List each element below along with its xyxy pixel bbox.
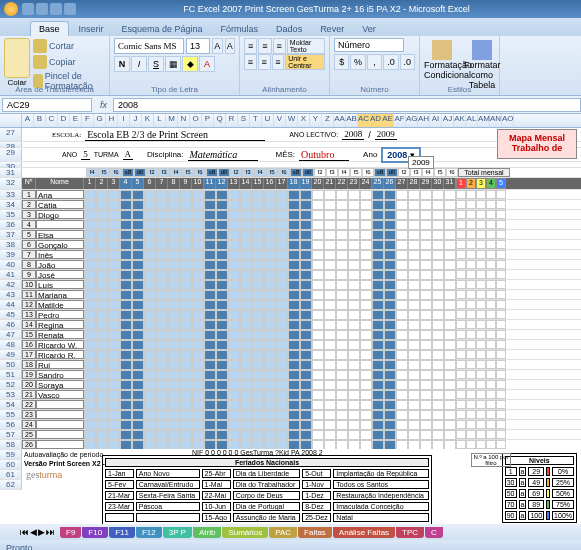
copy-icon[interactable] [33,55,47,69]
number-format-select[interactable] [334,38,404,52]
wrap-text-button[interactable]: Moldar Texto [287,38,325,54]
col-header[interactable]: AM [478,114,490,127]
tab-dados[interactable]: Dados [268,22,310,36]
align-left-icon[interactable]: ≡ [244,54,257,70]
col-header[interactable]: U [262,114,274,127]
percent-icon[interactable]: % [350,54,365,70]
col-header[interactable]: F [82,114,94,127]
font-color-button[interactable]: A [199,56,215,72]
tab-nav-next-icon[interactable]: ▶ [38,527,45,537]
sheet-tab[interactable]: PAC [269,527,297,538]
dec-dec-icon[interactable]: .0 [400,54,415,70]
sheet-tab[interactable]: Sumários [222,527,268,538]
col-header[interactable]: Y [310,114,322,127]
inc-dec-icon[interactable]: .0 [383,54,398,70]
col-header[interactable]: AN [490,114,502,127]
bold-button[interactable]: N [114,56,130,72]
col-header[interactable]: AD [370,114,382,127]
comma-icon[interactable]: , [367,54,382,70]
align-top-icon[interactable]: ≡ [244,38,257,54]
col-header[interactable]: L [154,114,166,127]
align-bot-icon[interactable]: ≡ [273,38,286,54]
name-box[interactable] [2,98,92,112]
qat-save-icon[interactable] [22,3,34,15]
col-header[interactable]: AH [418,114,430,127]
sheet-tab[interactable]: C [425,527,443,538]
sheet-tab[interactable]: TPC [396,527,424,538]
col-header[interactable]: B [34,114,46,127]
col-header[interactable]: K [142,114,154,127]
tab-ver[interactable]: Ver [354,22,384,36]
sheet-tab[interactable]: Faltas [298,527,332,538]
col-header[interactable]: AF [394,114,406,127]
worksheet[interactable]: 27 ESCOLA: Escola EB 2/3 de Print Screen… [0,128,581,524]
tab-nav-prev-icon[interactable]: ◀ [30,527,37,537]
col-header[interactable]: X [298,114,310,127]
col-header[interactable]: I [118,114,130,127]
sheet-tab[interactable]: 3P P [163,527,192,538]
font-size-select[interactable] [186,38,210,54]
col-header[interactable]: AE [382,114,394,127]
col-header[interactable]: N [178,114,190,127]
col-header[interactable]: AL [466,114,478,127]
formula-input[interactable] [113,98,581,112]
tab-rever[interactable]: Rever [312,22,352,36]
col-header[interactable]: AI [430,114,442,127]
col-header[interactable]: Z [322,114,334,127]
border-button[interactable]: ▦ [165,56,181,72]
col-header[interactable]: H [106,114,118,127]
col-header[interactable]: AC [358,114,370,127]
fill-color-button[interactable]: ◆ [182,56,198,72]
align-mid-icon[interactable]: ≡ [258,38,271,54]
year-dropdown-option[interactable]: 2009 [408,156,434,169]
col-header[interactable]: J [130,114,142,127]
col-header[interactable]: A [22,114,34,127]
qat-more-icon[interactable] [64,3,76,15]
underline-button[interactable]: S [148,56,164,72]
sheet-tab[interactable]: Análise Faltas [333,527,395,538]
col-header[interactable]: O [190,114,202,127]
col-header[interactable]: T [250,114,262,127]
office-orb-icon[interactable] [4,2,18,16]
font-name-select[interactable] [114,38,184,54]
col-header[interactable]: P [202,114,214,127]
col-header[interactable]: W [286,114,298,127]
col-header[interactable]: C [46,114,58,127]
cond-format-button[interactable]: Formatação Condicional [424,40,460,90]
col-header[interactable]: AB [346,114,358,127]
currency-icon[interactable]: $ [334,54,349,70]
fx-icon[interactable]: fx [94,100,113,110]
align-right-icon[interactable]: ≡ [272,54,285,70]
tab-base[interactable]: Base [30,21,69,36]
format-table-button[interactable]: Formatar como Tabela [464,40,500,90]
align-center-icon[interactable]: ≡ [258,54,271,70]
col-header[interactable]: AA [334,114,346,127]
col-header[interactable]: V [274,114,286,127]
col-header[interactable]: Q [214,114,226,127]
tab-nav-last-icon[interactable]: ⏭ [46,527,55,537]
col-header[interactable]: M [166,114,178,127]
italic-button[interactable]: I [131,56,147,72]
col-header[interactable]: AK [454,114,466,127]
col-header[interactable]: E [70,114,82,127]
sheet-tab[interactable]: F11 [109,527,135,538]
col-header[interactable]: G [94,114,106,127]
sheet-tab[interactable]: F10 [82,527,108,538]
qat-redo-icon[interactable] [50,3,62,15]
col-header[interactable]: AJ [442,114,454,127]
tab-inserir[interactable]: Inserir [71,22,112,36]
grow-font-icon[interactable]: A [212,38,223,54]
sheet-tab[interactable]: Atrib [193,527,221,538]
tab-formulas[interactable]: Fórmulas [213,22,267,36]
tab-esquema[interactable]: Esquema de Página [114,22,211,36]
paste-button[interactable] [4,38,30,78]
col-header[interactable]: S [238,114,250,127]
qat-undo-icon[interactable] [36,3,48,15]
select-all-corner[interactable] [0,114,22,127]
shrink-font-icon[interactable]: A [225,38,236,54]
col-header[interactable]: R [226,114,238,127]
col-header[interactable]: AG [406,114,418,127]
col-header[interactable]: AO [502,114,514,127]
tab-nav-first-icon[interactable]: ⏮ [20,527,29,537]
col-header[interactable]: D [58,114,70,127]
